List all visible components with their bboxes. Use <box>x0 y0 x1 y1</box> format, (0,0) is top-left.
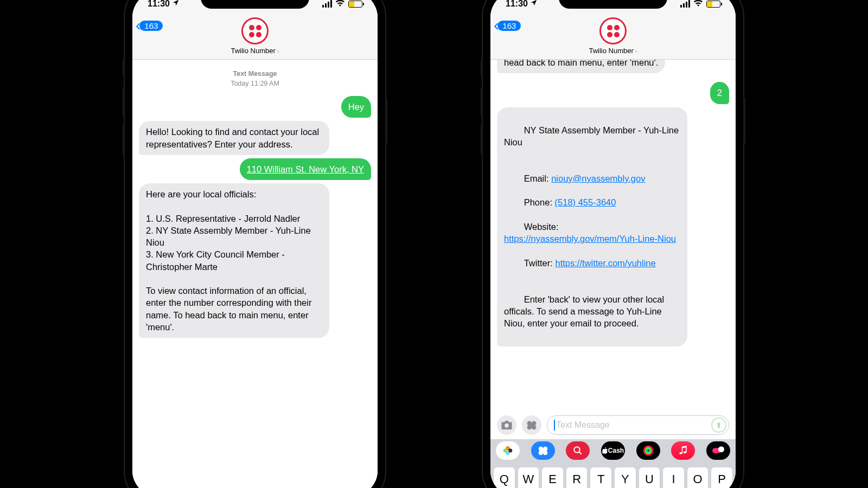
twitter-link[interactable]: https://twitter.com/yuhline <box>555 258 655 268</box>
compose-bar: Text Message <box>490 411 736 439</box>
appstore-app-icon[interactable] <box>531 441 555 460</box>
camera-button[interactable] <box>497 415 516 435</box>
outgoing-message[interactable]: 2 <box>710 82 729 104</box>
incoming-message[interactable]: Here are your local officials: 1. U.S. R… <box>139 183 329 338</box>
unread-badge: 163 <box>139 21 163 31</box>
key-w[interactable]: W <box>518 467 539 488</box>
key-i[interactable]: I <box>663 467 684 488</box>
key-u[interactable]: U <box>639 467 660 488</box>
phone-left: 11:30 ‹ 163 <box>125 0 385 488</box>
wifi-icon <box>335 0 345 9</box>
screen-right: 11:30 ‹ 163 <box>490 0 736 488</box>
screen-left: 11:30 ‹ 163 <box>132 0 378 488</box>
incoming-message[interactable]: Hello! Looking to find and contact your … <box>139 121 329 155</box>
notch <box>559 0 667 9</box>
notch <box>201 0 309 9</box>
phone-right: 11:30 ‹ 163 <box>483 0 743 488</box>
timestamp: Text Message Today 11:29 AM <box>139 69 371 88</box>
outgoing-message[interactable]: Hey <box>341 96 371 118</box>
app-strip: Cash <box>490 439 736 464</box>
search-app-icon[interactable] <box>566 441 590 460</box>
contact-name[interactable]: Twilio Number › <box>231 47 279 55</box>
chevron-right-icon: › <box>277 48 279 54</box>
battery-icon <box>348 1 362 8</box>
phone-link[interactable]: (518) 455-3640 <box>555 197 616 207</box>
digit-app-icon[interactable] <box>706 441 730 460</box>
outgoing-message[interactable]: 110 William St. New York, NY <box>240 158 371 180</box>
contact-avatar[interactable] <box>599 17 627 44</box>
svg-point-3 <box>503 448 507 452</box>
svg-line-5 <box>579 452 582 454</box>
battery-icon <box>706 1 720 8</box>
applecash-app-icon[interactable]: Cash <box>601 441 625 460</box>
send-button[interactable] <box>711 418 726 433</box>
clock: 11:30 <box>506 0 528 9</box>
app-drawer-button[interactable] <box>522 415 541 435</box>
incoming-message-partial[interactable]: head back to main menu, enter 'menu'. <box>497 60 665 73</box>
music-app-icon[interactable] <box>671 441 695 460</box>
cellular-icon <box>680 0 690 8</box>
key-o[interactable]: O <box>687 467 709 488</box>
key-y[interactable]: Y <box>615 467 636 488</box>
key-r[interactable]: R <box>566 467 588 488</box>
key-e[interactable]: E <box>542 467 563 488</box>
message-list[interactable]: head back to main menu, enter 'menu'. 2 … <box>490 60 736 411</box>
svg-point-8 <box>647 449 650 452</box>
chevron-right-icon: › <box>635 48 637 54</box>
incoming-message[interactable]: NY State Assembly Member - Yuh-Line Niou… <box>497 107 687 346</box>
message-input[interactable]: Text Message <box>547 415 729 435</box>
cellular-icon <box>322 0 332 8</box>
email-link[interactable]: niouy@nyassembly.gov <box>551 174 645 183</box>
svg-point-4 <box>575 447 580 453</box>
location-icon <box>172 0 180 9</box>
nav-header: ‹ 163 Twilio Number › <box>132 16 378 60</box>
key-q[interactable]: Q <box>494 467 515 488</box>
nav-header: ‹ 163 Twilio Number › <box>490 16 736 60</box>
wifi-icon <box>693 0 703 9</box>
location-icon <box>530 0 538 9</box>
website-link[interactable]: https://nyassembly.gov/mem/Yuh-Line-Niou <box>504 234 676 243</box>
back-button[interactable]: ‹ 163 <box>494 17 521 34</box>
message-list[interactable]: Text Message Today 11:29 AM Hey Hello! L… <box>132 60 378 488</box>
key-t[interactable]: T <box>590 467 611 488</box>
back-button[interactable]: ‹ 163 <box>136 17 163 34</box>
activity-app-icon[interactable] <box>636 441 660 460</box>
key-p[interactable]: P <box>711 467 732 488</box>
unread-badge: 163 <box>497 21 521 31</box>
contact-avatar[interactable] <box>241 17 269 44</box>
contact-name[interactable]: Twilio Number › <box>589 47 637 55</box>
keyboard-row: Q W E R T Y U I O P <box>490 464 736 488</box>
clock: 11:30 <box>148 0 170 9</box>
photos-app-icon[interactable] <box>496 441 520 460</box>
svg-rect-10 <box>718 446 724 452</box>
